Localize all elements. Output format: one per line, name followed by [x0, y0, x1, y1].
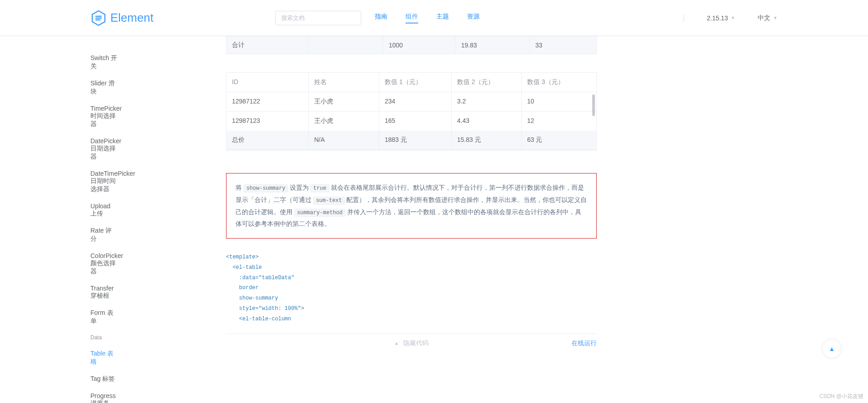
sidebar-item-slider[interactable]: Slider 滑块 — [90, 75, 118, 100]
code-line: :data="tableData" — [226, 273, 597, 283]
sidebar-item-datepicker[interactable]: DatePicker 日期选择器 — [90, 133, 118, 165]
version-label: 2.15.13 — [707, 14, 728, 22]
code-block: <template> <el-table :data="tableData" b… — [226, 252, 597, 324]
sidebar-item-upload[interactable]: Upload 上传 — [90, 198, 118, 222]
table1-summary-c4: 19.83 — [456, 36, 530, 54]
sidebar-item-timepicker[interactable]: TimePicker 时间选择器 — [90, 100, 118, 133]
sidebar: Switch 开关 Slider 滑块 TimePicker 时间选择器 Dat… — [0, 36, 118, 403]
divider — [684, 14, 684, 22]
scrollbar[interactable] — [592, 94, 595, 128]
sidebar-item-switch[interactable]: Switch 开关 — [90, 50, 118, 75]
tf-v2: 15.83 元 — [452, 131, 522, 150]
code-footer: ▲ 隐藏代码 在线运行 — [226, 333, 597, 347]
desc-t2: 设置为 — [288, 184, 311, 191]
code-true: true — [311, 184, 329, 192]
sidebar-item-datetimepicker[interactable]: DateTimePicker 日期时间选择器 — [90, 165, 118, 198]
code-summary-method: summary-method — [294, 209, 345, 217]
caret-up-icon: ▲ — [829, 345, 835, 352]
nav-component[interactable]: 组件 — [406, 13, 418, 23]
nav-guide[interactable]: 指南 — [375, 13, 387, 23]
code-line: <template> — [226, 252, 597, 262]
table-row: 12987122 王小虎 234 3.2 10 — [226, 92, 596, 112]
th-v2: 数值 2（元） — [452, 73, 522, 92]
run-online-button[interactable]: 在线运行 — [571, 339, 597, 347]
th-id: ID — [226, 73, 309, 92]
td-v3: 12 — [522, 112, 596, 131]
th-v1: 数值 1（元） — [379, 73, 452, 92]
sidebar-category-data: Data — [90, 330, 118, 345]
code-line: border — [226, 283, 597, 293]
back-to-top-button[interactable]: ▲ — [823, 340, 841, 358]
table2: ID 姓名 数值 1（元） 数值 2（元） 数值 3（元） 12987122 王… — [226, 72, 597, 150]
main-content: 合计 1000 19.83 33 ID 姓名 数值 1（元） 数值 2（元） 数… — [118, 36, 615, 403]
tf-v3: 63 元 — [522, 131, 596, 150]
tf-v1: 1883 元 — [379, 131, 452, 150]
code-line: <el-table-column — [226, 314, 597, 324]
watermark: CSDN @小花皮猪 — [819, 393, 863, 400]
table1-summary-c3: 1000 — [383, 36, 456, 54]
table1-summary-label: 合计 — [226, 36, 309, 54]
sidebar-item-form[interactable]: Form 表单 — [90, 305, 118, 330]
td-v2: 3.2 — [452, 92, 522, 111]
td-v1: 234 — [379, 92, 452, 111]
th-v3: 数值 3（元） — [522, 73, 596, 92]
brand-logo[interactable]: Element — [90, 10, 153, 26]
element-icon — [90, 10, 107, 26]
header: Element 指南 组件 主题 资源 2.15.13 ▼ 中文 ▼ — [0, 0, 868, 36]
table2-header: ID 姓名 数值 1（元） 数值 2（元） 数值 3（元） — [226, 73, 596, 92]
td-v1: 165 — [379, 112, 452, 131]
table2-summary-row: 总价 N/A 1883 元 15.83 元 63 元 — [226, 131, 596, 150]
td-name: 王小虎 — [309, 92, 379, 111]
scrollbar-thumb[interactable] — [592, 94, 595, 116]
header-right: 2.15.13 ▼ 中文 ▼ — [684, 14, 778, 22]
sidebar-item-tag[interactable]: Tag 标签 — [90, 370, 118, 388]
table1-summary-c5: 33 — [530, 36, 596, 54]
nav-resource[interactable]: 资源 — [467, 13, 480, 23]
code-line: <el-table — [226, 262, 597, 273]
description-box: 将 show-summary 设置为 true 就会在表格尾部展示合计行。默认情… — [226, 173, 597, 239]
tf-name: N/A — [309, 131, 379, 150]
desc-t1: 将 — [236, 184, 244, 191]
search-input[interactable] — [275, 11, 361, 25]
hide-code-button[interactable]: 隐藏代码 — [403, 339, 429, 347]
sidebar-item-transfer[interactable]: Transfer 穿梭框 — [90, 280, 118, 305]
tf-label: 总价 — [226, 131, 309, 150]
caret-up-icon: ▲ — [394, 341, 399, 346]
code-show-summary: show-summary — [244, 184, 288, 192]
td-id: 12987122 — [226, 92, 309, 111]
lang-dropdown[interactable]: 中文 ▼ — [758, 14, 778, 22]
sidebar-item-rate[interactable]: Rate 评分 — [90, 222, 118, 248]
td-v3: 10 — [522, 92, 596, 111]
th-name: 姓名 — [309, 73, 379, 92]
code-sum-text: sum-text — [313, 197, 345, 205]
table1-summary-c2 — [309, 36, 383, 54]
table1-summary-row: 合计 1000 19.83 33 — [226, 36, 597, 54]
nav-links: 指南 组件 主题 资源 — [375, 13, 480, 23]
version-dropdown[interactable]: 2.15.13 ▼ — [707, 14, 735, 22]
code-line: show-summary — [226, 293, 597, 304]
search-box — [275, 11, 361, 25]
chevron-down-icon: ▼ — [731, 15, 735, 20]
td-name: 王小虎 — [309, 112, 379, 131]
code-line: style="width: 100%"> — [226, 304, 597, 314]
sidebar-item-table[interactable]: Table 表格 — [90, 345, 118, 370]
sidebar-item-progress[interactable]: Progress 进度条 — [90, 388, 118, 403]
brand-text: Element — [110, 11, 153, 25]
td-v2: 4.43 — [452, 112, 522, 131]
td-id: 12987123 — [226, 112, 309, 131]
lang-label: 中文 — [758, 14, 770, 22]
table-row: 12987123 王小虎 165 4.43 12 — [226, 112, 596, 131]
chevron-down-icon: ▼ — [773, 15, 778, 20]
sidebar-item-colorpicker[interactable]: ColorPicker 颜色选择器 — [90, 248, 118, 280]
nav-theme[interactable]: 主题 — [436, 13, 449, 23]
